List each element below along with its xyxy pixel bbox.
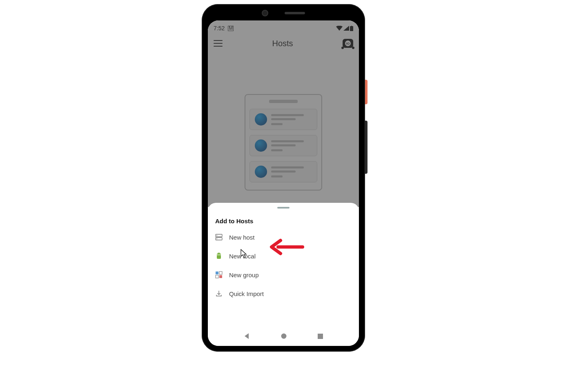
system-nav-bar xyxy=(208,328,359,346)
phone-frame: 7:52 M Hosts IO xyxy=(202,4,365,352)
import-icon xyxy=(215,290,223,297)
server-icon xyxy=(215,233,223,241)
front-camera-icon xyxy=(262,10,268,16)
bottom-sheet: Add to Hosts New host New local New grou… xyxy=(208,203,359,328)
menu-item-label: New local xyxy=(229,253,256,260)
nav-home-button[interactable] xyxy=(281,333,287,341)
sheet-drag-handle[interactable] xyxy=(277,207,290,209)
menu-item-new-local[interactable]: New local xyxy=(208,247,359,265)
menu-item-quick-import[interactable]: Quick Import xyxy=(208,284,359,303)
sensor-cluster xyxy=(262,10,305,16)
menu-item-label: Quick Import xyxy=(229,290,264,297)
svg-rect-9 xyxy=(219,272,222,274)
svg-rect-13 xyxy=(318,334,323,339)
svg-rect-10 xyxy=(216,275,218,278)
svg-point-4 xyxy=(216,235,217,236)
menu-item-label: New host xyxy=(229,234,255,241)
volume-rocker xyxy=(365,121,368,174)
nav-recents-button[interactable] xyxy=(317,333,323,341)
svg-point-6 xyxy=(218,254,218,254)
svg-rect-11 xyxy=(219,275,222,278)
nav-back-button[interactable] xyxy=(243,332,251,341)
screen: 7:52 M Hosts IO xyxy=(208,20,359,346)
menu-item-label: New group xyxy=(229,272,259,278)
earpiece-speaker-icon xyxy=(285,12,305,14)
svg-point-5 xyxy=(216,238,217,239)
group-icon xyxy=(215,271,223,278)
modal-scrim[interactable] xyxy=(208,20,359,207)
svg-rect-8 xyxy=(216,272,218,274)
svg-point-12 xyxy=(281,334,287,339)
menu-item-new-host[interactable]: New host xyxy=(208,228,359,247)
power-button xyxy=(365,80,368,104)
sheet-title: Add to Hosts xyxy=(208,218,359,228)
menu-item-new-group[interactable]: New group xyxy=(208,265,359,284)
svg-point-7 xyxy=(220,254,220,254)
android-icon xyxy=(215,252,223,260)
